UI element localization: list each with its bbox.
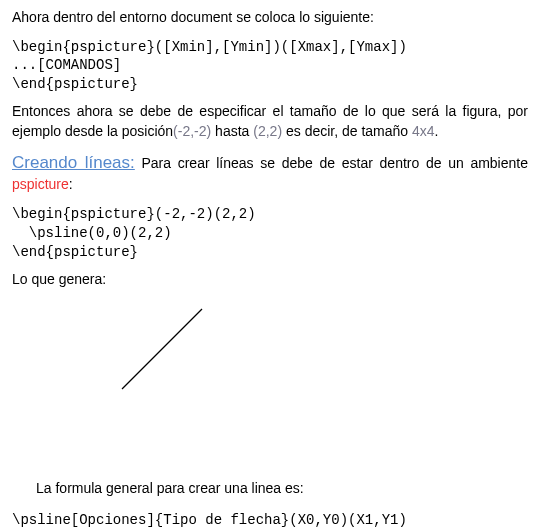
env-name: pspicture <box>12 176 69 192</box>
size-paragraph: Entonces ahora se debe de especificar el… <box>12 102 528 141</box>
code-line: ...[COMANDOS] <box>12 57 121 73</box>
section-heading: Creando líneas: <box>12 153 135 172</box>
formula-paragraph: La formula general para crear una linea … <box>12 479 528 499</box>
code-line: \begin{pspicture}(-2,-2)(2,2) <box>12 206 256 222</box>
code-line: \psline(0,0)(2,2) <box>12 225 172 241</box>
svg-line-0 <box>122 309 202 389</box>
text-fragment: hasta <box>211 123 253 139</box>
text-fragment: . <box>435 123 439 139</box>
text-fragment: : <box>69 176 73 192</box>
size-text: 4x4 <box>412 123 435 139</box>
generates-paragraph: Lo que genera: <box>12 270 528 290</box>
text-fragment: es decir, de tamaño <box>282 123 412 139</box>
code-line: \end{pspicture} <box>12 76 138 92</box>
line-drawing <box>12 299 232 399</box>
code-block-env-template: \begin{pspicture}([Xmin],[Ymin])([Xmax],… <box>12 38 528 95</box>
code-block-psline-example: \begin{pspicture}(-2,-2)(2,2) \psline(0,… <box>12 205 528 262</box>
psline-figure <box>12 299 528 399</box>
code-line: \begin{pspicture}([Xmin],[Ymin])([Xmax],… <box>12 39 407 55</box>
coord-text: (2,2) <box>253 123 282 139</box>
code-line: \psline[Opciones]{Tipo de flecha}(X0,Y0)… <box>12 512 407 527</box>
code-line: \end{pspicture} <box>12 244 138 260</box>
intro-paragraph: Ahora dentro del entorno document se col… <box>12 8 528 28</box>
coord-text: (-2,-2) <box>173 123 211 139</box>
text-fragment: Para crear líneas se debe de estar dentr… <box>135 155 528 171</box>
creating-lines-paragraph: Creando líneas: Para crear líneas se deb… <box>12 151 528 194</box>
code-block-psline-syntax: \psline[Opciones]{Tipo de flecha}(X0,Y0)… <box>12 511 528 527</box>
